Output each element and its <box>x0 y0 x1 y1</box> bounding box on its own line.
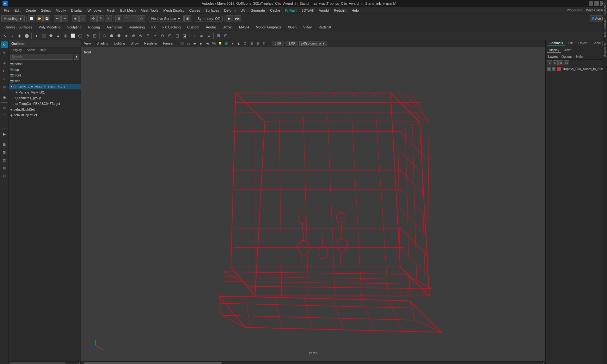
ae-tab-tool[interactable]: Tool Settings <box>603 40 607 58</box>
sidebar-snap-point[interactable]: · <box>1 120 8 127</box>
viewport[interactable]: View Shading Lighting Show Renderer Pane… <box>81 40 545 364</box>
sidebar-layout-1[interactable]: ⊟ <box>1 141 8 148</box>
search-input[interactable] <box>10 54 73 60</box>
multi-cut-btn[interactable]: ✂ <box>152 32 159 39</box>
disp-ctrl-2[interactable]: ▸ <box>553 60 558 65</box>
lasso-tool-btn[interactable]: ◻ <box>79 15 86 22</box>
vp-icon-smooth2[interactable]: ◐ <box>236 41 242 46</box>
sidebar-snap-curve[interactable]: ⌒ <box>1 112 8 119</box>
workspace-value[interactable]: Maya Classic <box>586 9 604 12</box>
vp-icon-smooth[interactable]: ● <box>230 41 236 46</box>
menu-display[interactable]: Display <box>69 8 85 13</box>
vp-icon-3[interactable]: ⏮ <box>192 41 198 46</box>
menu-file[interactable]: File <box>1 8 12 13</box>
display-tab[interactable]: Display <box>547 48 561 53</box>
menu-edit[interactable]: Edit <box>12 8 23 13</box>
search-filter-btn[interactable]: ▼ <box>74 54 79 60</box>
sub-animation[interactable]: Animation <box>103 25 125 30</box>
cylinder-btn[interactable]: ⬟ <box>47 32 54 39</box>
target-weld-btn[interactable]: ⊙ <box>159 32 166 39</box>
open-file-btn[interactable]: 📂 <box>36 15 43 22</box>
redo-btn[interactable]: ↪ <box>61 15 68 22</box>
vp-icon-settings[interactable]: ⚙ <box>261 41 267 46</box>
snap-grid-btn[interactable]: ⊞ <box>115 15 122 22</box>
no-live-surface[interactable]: No Live Surface ▼ <box>149 16 184 21</box>
menu-create[interactable]: Create <box>23 8 39 13</box>
vp-icon-light[interactable]: 💡 <box>217 41 223 46</box>
scroll-left-arrow[interactable]: ◂ <box>81 361 84 364</box>
sub-custom[interactable]: Custom <box>184 25 202 30</box>
layer-p[interactable]: P <box>552 67 556 71</box>
save-file-btn[interactable]: 💾 <box>43 15 50 22</box>
vp-icon-2[interactable]: ◻ <box>186 41 191 46</box>
sidebar-transform-tool[interactable]: ⊞ <box>1 83 8 90</box>
sub-poly-modeling[interactable]: Poly Modeling <box>35 25 64 30</box>
layers-tab[interactable]: Layers <box>547 55 559 59</box>
sidebar-render-view[interactable]: ▶ <box>1 130 8 137</box>
select-tool-btn[interactable]: ⊕ <box>72 15 79 22</box>
undo-btn[interactable]: ↩ <box>54 15 61 22</box>
sub-curves-surfaces[interactable]: Curves / Surfaces <box>1 25 35 30</box>
menu-windows[interactable]: Windows <box>85 8 104 13</box>
viewport-gamma[interactable]: sRGB gamma ▼ <box>299 41 327 46</box>
sidebar-paint-tool[interactable]: ✎ <box>1 49 8 56</box>
torus-btn[interactable]: ◎ <box>62 32 69 39</box>
paint-select-btn[interactable]: ◉ <box>16 32 23 39</box>
fill-hole-btn[interactable]: ◈ <box>123 32 130 39</box>
sub-rigging[interactable]: Rigging <box>85 25 103 30</box>
viewport-canvas[interactable]: front persp X Y Z <box>81 47 545 361</box>
split-btn[interactable]: ⊗ <box>137 32 144 39</box>
vp-icon-wireframe[interactable]: ⊡ <box>224 41 229 46</box>
menu-vray[interactable]: [V-Ray] <box>283 8 299 13</box>
scroll-thumb-h[interactable] <box>84 362 222 364</box>
menu-surfaces[interactable]: Surfaces <box>203 8 222 13</box>
sub-xgen[interactable]: XGen <box>285 25 300 30</box>
disp-ctrl-3[interactable]: ⊞ <box>558 60 563 65</box>
vp-icon-hud[interactable]: ▤ <box>255 41 261 46</box>
lasso-icon-btn[interactable]: ⬦ <box>9 32 15 39</box>
outliner-item-persp[interactable]: 📷 persp <box>9 61 81 67</box>
sub-fx[interactable]: FX <box>148 25 159 30</box>
merge-btn[interactable]: ⊕ <box>130 32 137 39</box>
uv-editor-btn[interactable]: ⊟ <box>222 32 229 39</box>
viewport-view-menu[interactable]: View <box>82 41 93 46</box>
window-controls[interactable]: _ □ ✕ <box>589 1 604 6</box>
sidebar-rotate-tool[interactable]: ↻ <box>1 68 8 75</box>
sidebar-layout-2[interactable]: ⊠ <box>1 149 8 156</box>
sidebar-select-tool[interactable]: ↖ <box>1 41 8 48</box>
snap-point-btn[interactable]: · <box>131 15 138 22</box>
menu-modify[interactable]: Modify <box>53 8 68 13</box>
viewport-shading-menu[interactable]: Shading <box>95 41 110 46</box>
menu-generate[interactable]: Generate <box>248 8 267 13</box>
bridge-btn[interactable]: ⬣ <box>115 32 122 39</box>
anim-tab[interactable]: Anim <box>562 48 573 53</box>
layer-v[interactable]: V <box>547 67 551 71</box>
combine-btn[interactable]: ◫ <box>174 32 181 39</box>
viewport-value1[interactable]: 0.00 <box>272 41 284 46</box>
sub-motion-graphics[interactable]: Motion Graphics <box>253 25 284 30</box>
menu-mesh-display[interactable]: Mesh Display <box>161 8 187 13</box>
outliner-item-front[interactable]: 📷 front <box>9 72 81 78</box>
outliner-item-top[interactable]: 📷 top <box>9 67 81 72</box>
sidebar-soft-select[interactable]: ◉ <box>1 94 8 101</box>
cone-btn[interactable]: ▲ <box>55 32 62 39</box>
nurbs-cube-btn[interactable]: ◰ <box>91 32 98 39</box>
new-file-btn[interactable]: 📄 <box>28 15 35 22</box>
sub-vray[interactable]: VRay <box>300 25 315 30</box>
menu-help[interactable]: Help <box>349 8 361 13</box>
options-tab[interactable]: Options <box>560 55 573 59</box>
menu-uv[interactable]: UV <box>238 8 248 13</box>
boolean-btn[interactable]: ◪ <box>181 32 188 39</box>
vp-icon-grid[interactable]: ⊞ <box>249 41 254 46</box>
scale-tool-btn[interactable]: ⤢ <box>105 15 112 22</box>
symmetry-btn[interactable]: Symmetry: Off <box>195 16 223 21</box>
live-surface-btn[interactable]: ▣ <box>184 15 191 22</box>
channels-tab[interactable]: Channels <box>548 41 565 46</box>
menu-deform[interactable]: Deform <box>222 8 238 13</box>
mirror-btn[interactable]: ⊟ <box>166 32 173 39</box>
render-btn[interactable]: ▶ <box>226 15 233 22</box>
menu-arnold[interactable]: Arnold <box>316 8 331 13</box>
outliner-tab-help[interactable]: Help <box>39 48 48 52</box>
scroll-track-h[interactable] <box>84 362 542 364</box>
menu-curves[interactable]: Curves <box>187 8 203 13</box>
